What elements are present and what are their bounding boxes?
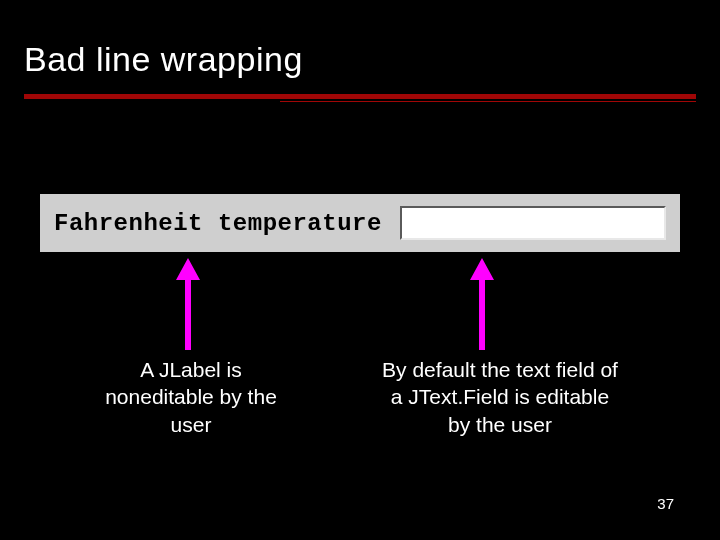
caption-left: A JLabel is noneditable by the user: [96, 356, 286, 438]
caption-right: By default the text field of a JText.Fie…: [380, 356, 620, 438]
svg-marker-0: [176, 258, 200, 350]
jtextfield[interactable]: [400, 206, 666, 240]
slide: Bad line wrapping Fahrenheit temperature…: [0, 0, 720, 540]
jlabel: Fahrenheit temperature: [54, 210, 382, 237]
arrow-up-icon: [470, 258, 494, 350]
title-area: Bad line wrapping: [24, 40, 696, 79]
title-underline-thin: [280, 101, 696, 102]
svg-marker-1: [470, 258, 494, 350]
swing-panel: Fahrenheit temperature: [40, 194, 680, 252]
title-underline: [24, 94, 696, 99]
arrow-up-icon: [176, 258, 200, 350]
page-number: 37: [657, 495, 674, 512]
page-title: Bad line wrapping: [24, 40, 696, 79]
